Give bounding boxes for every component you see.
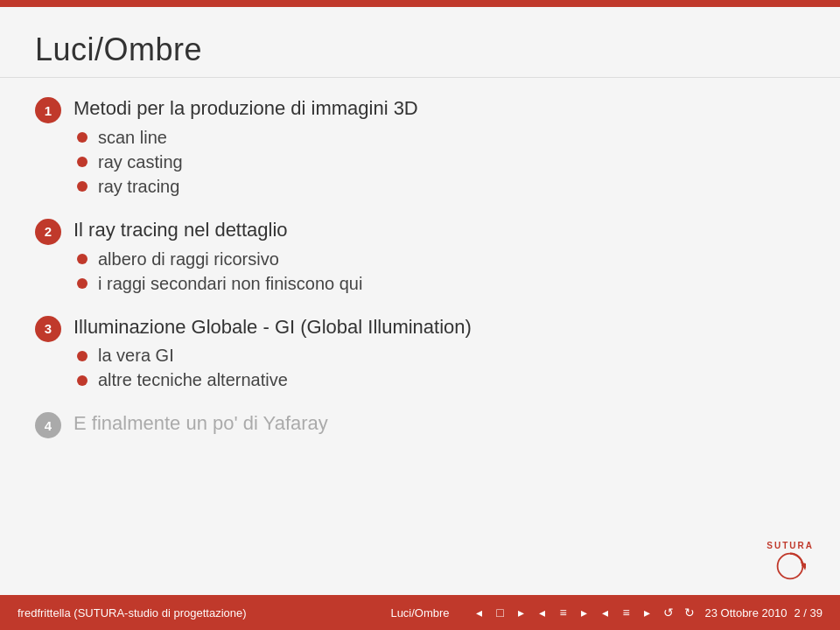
item-label-3: Illuminazione Globale - GI (Global Illum… (74, 314, 805, 341)
bullet-icon (77, 132, 88, 143)
sub-item-1-1: scan line (77, 128, 805, 148)
sub-item-text-1-1: scan line (98, 128, 167, 148)
footer-date: 23 Ottobre 2010 (705, 606, 788, 620)
item-number-1: 1 (35, 97, 61, 123)
sutura-circle-icon (774, 550, 806, 582)
sub-items-1: scan line ray casting ray tracing (77, 128, 805, 197)
slide: Luci/Ombre 1 Metodi per la produzione di… (0, 0, 840, 630)
nav-right3-icon[interactable]: ▸ (639, 604, 656, 621)
sub-items-3: la vera GI altre tecniche alternative (77, 346, 805, 390)
nav-square-icon[interactable]: □ (492, 604, 509, 621)
sub-item-text-1-3: ray tracing (98, 177, 179, 197)
sutura-label: SUTURA (766, 541, 814, 550)
nav-right-icon[interactable]: ▸ (513, 604, 530, 621)
content-area: 1 Metodi per la produzione di immagini 3… (0, 78, 840, 595)
nav-list-icon[interactable]: ≡ (555, 604, 572, 621)
bullet-icon (77, 181, 88, 192)
item-content-1: Metodi per la produzione di immagini 3D … (74, 95, 805, 201)
footer: fredfrittella (SUTURA-studio di progetta… (0, 595, 840, 630)
sub-item-1-2: ray casting (77, 152, 805, 172)
top-bar (0, 0, 840, 7)
item-number-2: 2 (35, 219, 61, 245)
nav-list2-icon[interactable]: ≡ (618, 604, 635, 621)
sub-item-text-3-1: la vera GI (98, 346, 174, 366)
sub-item-3-1: la vera GI (77, 346, 805, 366)
bullet-icon (77, 254, 88, 264)
nav-refresh2-icon[interactable]: ↻ (681, 604, 698, 621)
nav-left-icon[interactable]: ◂ (471, 604, 488, 621)
bullet-icon (77, 278, 88, 289)
main-item-1: 1 Metodi per la produzione di immagini 3… (35, 95, 805, 201)
nav-right2-icon[interactable]: ▸ (576, 604, 593, 621)
item-content-2: Il ray tracing nel dettaglio albero di r… (74, 217, 805, 298)
item-content-3: Illuminazione Globale - GI (Global Illum… (74, 314, 805, 396)
nav-icons: ◂ □ ▸ ◂ ≡ ▸ ◂ ≡ ▸ ↺ ↻ (471, 604, 698, 621)
sub-item-text-3-2: altre tecniche alternative (98, 370, 288, 390)
sutura-logo: SUTURA (766, 541, 814, 582)
nav-left3-icon[interactable]: ◂ (597, 604, 614, 621)
item-label-4: E finalmente un po' di Yafaray (74, 410, 805, 438)
footer-author: fredfrittella (SUTURA-studio di progetta… (18, 606, 247, 620)
bullet-icon (77, 351, 88, 361)
sub-item-3-2: altre tecniche alternative (77, 370, 805, 390)
sub-items-2: albero di raggi ricorsivo i raggi second… (77, 249, 805, 294)
sub-item-1-3: ray tracing (77, 177, 805, 197)
item-content-4: E finalmente un po' di Yafaray (74, 410, 805, 438)
footer-title: Luci/Ombre (390, 606, 449, 620)
sub-item-2-1: albero di raggi ricorsivo (77, 249, 805, 270)
nav-refresh-icon[interactable]: ↺ (660, 604, 677, 621)
main-item-4: 4 E finalmente un po' di Yafaray (35, 410, 805, 438)
main-item-3: 3 Illuminazione Globale - GI (Global Ill… (35, 314, 805, 396)
bullet-icon (77, 375, 88, 386)
sub-item-2-2: i raggi secondari non finiscono qui (77, 274, 805, 294)
main-item-2: 2 Il ray tracing nel dettaglio albero di… (35, 217, 805, 298)
slide-title: Luci/Ombre (35, 32, 805, 68)
footer-page: 2 / 39 (794, 606, 822, 620)
sub-item-text-2-2: i raggi secondari non finiscono qui (98, 274, 362, 294)
sub-item-text-1-2: ray casting (98, 152, 183, 172)
item-number-3: 3 (35, 316, 61, 342)
bullet-icon (77, 157, 88, 167)
nav-left2-icon[interactable]: ◂ (534, 604, 551, 621)
item-label-1: Metodi per la produzione di immagini 3D (74, 95, 805, 122)
title-area: Luci/Ombre (0, 7, 840, 78)
item-label-2: Il ray tracing nel dettaglio (74, 217, 805, 244)
footer-right: ◂ □ ▸ ◂ ≡ ▸ ◂ ≡ ▸ ↺ ↻ 23 Ottobre 2010 2 … (471, 604, 823, 621)
sub-item-text-2-1: albero di raggi ricorsivo (98, 249, 279, 270)
item-number-4: 4 (35, 412, 61, 438)
